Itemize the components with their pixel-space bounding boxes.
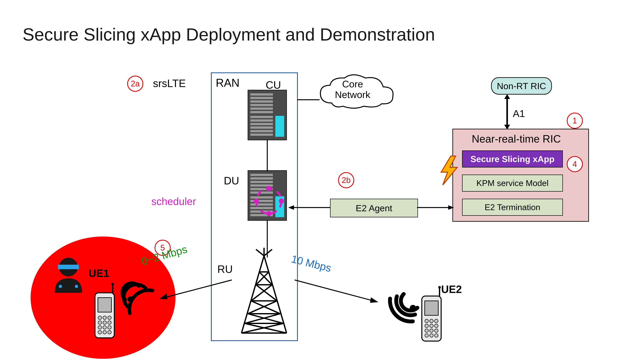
svg-rect-7 <box>250 111 273 113</box>
svg-rect-6 <box>250 107 273 110</box>
svg-rect-12 <box>250 130 273 132</box>
svg-point-99 <box>430 324 433 328</box>
svg-point-85 <box>108 331 111 334</box>
svg-point-100 <box>434 324 438 328</box>
svg-line-90 <box>295 280 374 301</box>
scheduler-icon <box>251 183 286 219</box>
svg-point-76 <box>108 316 111 320</box>
link-ran-core <box>297 96 320 103</box>
e2-agent-box: E2 Agent <box>330 199 418 217</box>
svg-point-101 <box>425 329 428 333</box>
svg-point-95 <box>425 319 428 323</box>
svg-point-103 <box>434 329 438 333</box>
svg-point-82 <box>108 326 111 329</box>
kpm-box: KPM service Model <box>462 175 563 192</box>
callout-2b: 2b <box>338 172 354 188</box>
tower-icon <box>232 253 296 336</box>
svg-point-30 <box>256 189 282 214</box>
svg-point-31 <box>266 186 272 191</box>
arrow-tower-ue1 <box>158 277 235 303</box>
svg-rect-10 <box>250 123 273 125</box>
svg-point-74 <box>98 316 102 320</box>
svg-marker-89 <box>160 294 168 299</box>
svg-point-96 <box>430 319 433 323</box>
svg-point-71 <box>128 296 133 302</box>
svg-line-47 <box>248 314 283 323</box>
svg-rect-13 <box>250 134 273 136</box>
svg-marker-62 <box>441 156 457 185</box>
svg-line-46 <box>248 301 277 314</box>
svg-rect-19 <box>250 181 273 183</box>
svg-marker-64 <box>288 205 294 210</box>
ue2-label: UE2 <box>441 283 462 295</box>
svg-point-32 <box>279 199 284 204</box>
link-cu-du <box>266 140 269 171</box>
phone-ue1-icon <box>90 286 121 343</box>
svg-rect-4 <box>250 100 273 103</box>
non-rt-ric-label: Non-RT RIC <box>497 81 546 91</box>
svg-rect-3 <box>250 97 273 99</box>
svg-rect-11 <box>250 126 273 129</box>
svg-point-77 <box>98 321 102 324</box>
xapp-box: Secure Slicing xApp <box>462 150 563 167</box>
svg-marker-91 <box>370 297 378 303</box>
wifi-ue2-icon <box>382 283 417 319</box>
svg-point-78 <box>103 321 106 324</box>
svg-line-48 <box>245 314 280 323</box>
srslte-label: srsLTE <box>153 77 186 89</box>
svg-point-92 <box>410 305 416 311</box>
svg-point-87 <box>112 283 114 285</box>
svg-point-79 <box>108 321 111 324</box>
wifi-ue1-icon <box>126 277 158 309</box>
a1-arrow-icon <box>502 94 512 129</box>
cu-server-icon <box>245 90 290 142</box>
svg-point-81 <box>103 326 106 329</box>
page-title: Secure Slicing xApp Deployment and Demon… <box>22 24 435 44</box>
svg-point-34 <box>254 199 259 204</box>
scheduler-label: scheduler <box>151 195 196 207</box>
phone-ue2-icon <box>417 290 448 346</box>
callout-4: 4 <box>567 156 583 172</box>
callout-2a: 2a <box>127 76 143 92</box>
svg-rect-2 <box>250 93 273 96</box>
svg-marker-66 <box>448 205 454 210</box>
svg-marker-60 <box>504 94 510 99</box>
cu-label: CU <box>266 79 281 91</box>
attacker-icon <box>52 256 85 293</box>
svg-point-104 <box>425 334 428 337</box>
svg-rect-9 <box>250 119 273 122</box>
ru-label: RU <box>217 263 233 275</box>
svg-point-108 <box>438 286 441 289</box>
svg-rect-17 <box>250 174 273 176</box>
svg-line-45 <box>251 301 280 314</box>
a1-label: A1 <box>513 108 525 119</box>
svg-rect-73 <box>98 298 112 312</box>
svg-point-84 <box>103 331 106 334</box>
svg-line-50 <box>242 323 283 333</box>
ran-label: RAN <box>216 76 240 89</box>
svg-point-98 <box>425 324 428 328</box>
core-network-label: CoreNetwork <box>335 79 370 100</box>
near-rt-ric-title: Near-real-time RIC <box>472 133 561 145</box>
svg-point-33 <box>266 211 272 216</box>
svg-line-88 <box>164 280 232 298</box>
e2-termination-box: E2 Termination <box>462 199 563 216</box>
lightning-icon <box>438 156 460 185</box>
svg-point-83 <box>98 331 102 334</box>
svg-point-105 <box>430 334 433 337</box>
svg-rect-18 <box>250 177 273 180</box>
arrow-tower-ue2 <box>293 277 380 306</box>
svg-point-80 <box>98 326 102 329</box>
svg-point-102 <box>430 329 433 333</box>
svg-rect-5 <box>250 104 273 106</box>
svg-point-69 <box>59 285 62 288</box>
arrow-e2agent-to-ric <box>417 204 454 211</box>
svg-point-106 <box>434 334 438 337</box>
svg-rect-8 <box>250 116 273 118</box>
ue1-label: UE1 <box>88 267 109 279</box>
svg-rect-68 <box>58 265 79 269</box>
svg-rect-14 <box>275 116 284 137</box>
du-label: DU <box>224 175 239 187</box>
svg-rect-94 <box>425 301 438 315</box>
svg-point-70 <box>75 285 78 288</box>
